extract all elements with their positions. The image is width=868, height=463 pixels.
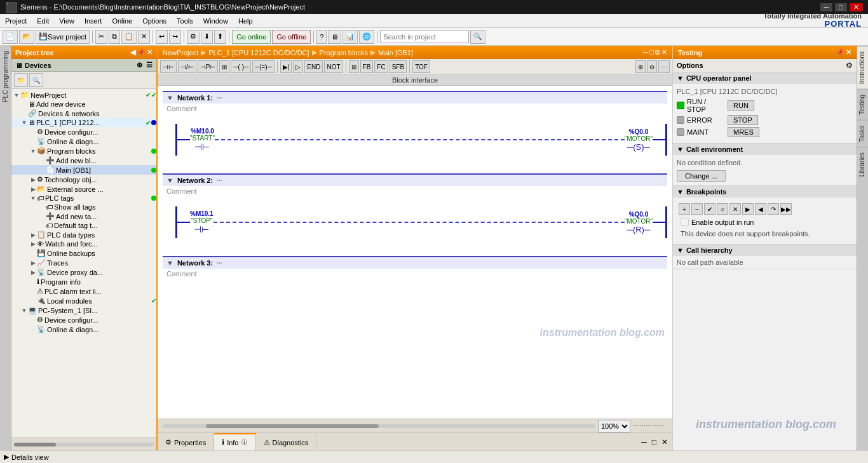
h-scrollbar[interactable] [163, 424, 595, 428]
menu-item-project[interactable]: Project [0, 16, 32, 26]
tree-item-main-ob1[interactable]: 📄 Main [OB1] [11, 165, 156, 175]
lad-more-btn[interactable]: ⋯ [658, 60, 670, 73]
new-btn[interactable]: 📄 [3, 30, 18, 44]
tab-testing[interactable]: Testing [857, 89, 868, 120]
lad-btn-fb[interactable]: FB [360, 60, 374, 73]
tab-diagnostics[interactable]: ⚠ Diagnostics [256, 433, 317, 450]
bc-part3[interactable]: Program blocks [320, 49, 368, 57]
right-close-btn[interactable]: ✕ [846, 48, 851, 57]
mres-btn[interactable]: MRES [728, 127, 759, 137]
menu-item-tools[interactable]: Tools [172, 16, 198, 26]
tree-item-plc1[interactable]: ▼ 🖥 PLC_1 [CPU 1212... ✔ [11, 118, 156, 127]
cpu-panel-header[interactable]: ▼ CPU operator panel [673, 72, 857, 84]
info-bar-btn1[interactable]: ─ [639, 438, 649, 446]
diag-btn[interactable]: 📊 [342, 30, 358, 44]
lad-btn-fc[interactable]: FC [374, 60, 388, 73]
menu-item-insert[interactable]: Insert [79, 16, 107, 26]
save-btn[interactable]: 💾 Save project [36, 30, 90, 44]
tree-item-plc-alarm[interactable]: ⚠ PLC alarm text li... [11, 286, 156, 296]
minimize-btn[interactable]: ─ [820, 3, 833, 11]
download-btn[interactable]: ⬇ [201, 30, 213, 44]
menu-item-help[interactable]: Help [233, 16, 258, 26]
devices-add-icon[interactable]: ⊕ [137, 61, 142, 69]
menu-item-options[interactable]: Options [137, 16, 172, 26]
tab-libraries[interactable]: Libraries [857, 147, 868, 182]
lad-expand-btn[interactable]: ⊕ [635, 60, 646, 73]
editor-close-btn[interactable]: ✕ [661, 48, 667, 57]
tree-item-device-proxy[interactable]: ▶ 📡 Device proxy da... [11, 267, 156, 277]
network-1-header[interactable]: ▼ Network 1: ··· [163, 92, 667, 104]
breakpoints-header[interactable]: ▼ Breakpoints [673, 186, 857, 198]
tree-item-device-config2[interactable]: ⚙ Device configur... [11, 315, 156, 325]
devices-view-icon[interactable]: ☰ [146, 61, 153, 69]
search-btn[interactable]: 🔍 [470, 30, 485, 44]
lad-btn-end[interactable]: END [304, 60, 323, 73]
lad-btn-open[interactable]: ⊞ [349, 60, 359, 73]
tree-item-devices-networks[interactable]: 🔗 Devices & networks [11, 109, 156, 118]
tree-item-add-block[interactable]: ➕ Add new bl... [11, 156, 156, 165]
tree-item-online-diag2[interactable]: 📡 Online & diagn... [11, 325, 156, 334]
bc-part1[interactable]: NewProject [163, 49, 198, 57]
menu-item-window[interactable]: Window [198, 16, 233, 26]
lad-btn-coil[interactable]: ─( )─ [231, 60, 251, 73]
lad-btn-jump[interactable]: ⊞ [219, 60, 229, 73]
editor-restore-btn[interactable]: □ [649, 48, 654, 57]
zoom-slider[interactable]: ⋯⋯⋯⋯⋯ [633, 422, 665, 429]
tree-item-default-tag[interactable]: 🏷 Default tag t... [11, 221, 156, 230]
tab-info[interactable]: ℹ Info 🛈 [214, 433, 255, 450]
copy-btn[interactable]: ⧉ [109, 30, 120, 44]
bp-disable-btn[interactable]: ○ [717, 203, 728, 215]
bp-prev-btn[interactable]: ◀ [755, 203, 766, 215]
tree-btn1[interactable]: 📁 [14, 73, 28, 87]
tree-item-pc-system[interactable]: ▼ 💻 PC-System_1 [SI... [11, 305, 156, 315]
undo-btn[interactable]: ↩ [156, 30, 168, 44]
call-env-header[interactable]: ▼ Call environment [673, 144, 857, 155]
tree-item-external-source[interactable]: ▶ 📂 External source ... [11, 184, 156, 194]
go-offline-btn[interactable]: Go offline [272, 30, 311, 44]
tree-item-add-device[interactable]: 🖥 Add new device [11, 100, 156, 109]
menu-item-edit[interactable]: Edit [32, 16, 54, 26]
zoom-select[interactable]: 100% 75% 150% [598, 420, 630, 433]
tree-item-show-tags[interactable]: 🏷 Show all tags [11, 203, 156, 211]
upload-btn[interactable]: ⬆ [214, 30, 226, 44]
tree-item-watch-force[interactable]: ▶ 👁 Watch and forc... [11, 239, 156, 248]
bp-next-btn[interactable]: ▶ [742, 203, 754, 215]
bp-clear-btn[interactable]: ✕ [729, 203, 741, 215]
sim-btn[interactable]: 🖥 [328, 30, 341, 44]
tab-instructions[interactable]: Instructions [857, 46, 868, 89]
tree-collapse-btn[interactable]: ◀ [130, 48, 135, 57]
contact-stop[interactable]: %M10.1 "STOP" ⊣⊢ [190, 210, 214, 234]
plc-programming-label[interactable]: PLC programming [1, 46, 10, 107]
bc-part2[interactable]: PLC_1 [CPU 1212C DC/DC/DC] [208, 49, 309, 57]
tree-item-program-blocks[interactable]: ▼ 📦 Program blocks [11, 146, 156, 156]
bp-step-btn[interactable]: ↷ [768, 203, 779, 215]
lad-btn-contact-pos[interactable]: ⊣P⊢ [198, 60, 219, 73]
lad-btn-assign[interactable]: ─(=)─ [252, 60, 275, 73]
coil-motor-reset[interactable]: %Q0.0 "MOTOR" ─(R)─ [625, 211, 653, 234]
cut-btn[interactable]: ✂ [95, 30, 107, 44]
paste-btn[interactable]: 📋 [121, 30, 137, 44]
bp-enable-btn[interactable]: ✔ [704, 203, 715, 215]
compile-btn[interactable]: ⚙ [187, 30, 200, 44]
block-interface-bar[interactable]: Block interface [158, 75, 672, 86]
change-btn[interactable]: Change ... [677, 170, 726, 182]
lad-editor[interactable]: ▼ Network 1: ··· Comment %M10.0 "START" … [158, 86, 672, 419]
online-btn2[interactable]: 🌐 [359, 30, 374, 44]
lad-collapse-btn[interactable]: ⊖ [647, 60, 657, 73]
network-3-header[interactable]: ▼ Network 3: ··· [163, 257, 667, 269]
stop-btn[interactable]: STOP [728, 115, 758, 125]
bp-add-btn[interactable]: + [679, 203, 690, 215]
bp-resume-btn[interactable]: ▶▶ [780, 203, 792, 215]
lad-btn-sfb[interactable]: SFB [390, 60, 407, 73]
open-btn[interactable]: 📂 [19, 30, 34, 44]
tree-pin-btn[interactable]: 📌 [137, 48, 146, 57]
lad-btn-parallel[interactable]: ▷ [293, 60, 303, 73]
lad-btn-contact-nc[interactable]: ⊣/⊢ [178, 60, 196, 73]
tree-item-newproject[interactable]: ▼ 📁 NewProject ✔ ✔ [11, 90, 156, 100]
tree-item-tech-obj[interactable]: ▶ ⚙ Technology obj... [11, 175, 156, 184]
contact-start[interactable]: %M10.0 "START" ⊣⊢ [190, 128, 215, 152]
bp-remove-btn[interactable]: − [691, 203, 703, 215]
tree-close-btn[interactable]: ✕ [147, 48, 153, 57]
info-bar-btn2[interactable]: □ [650, 438, 658, 446]
lad-btn-series[interactable]: ▶| [280, 60, 292, 73]
